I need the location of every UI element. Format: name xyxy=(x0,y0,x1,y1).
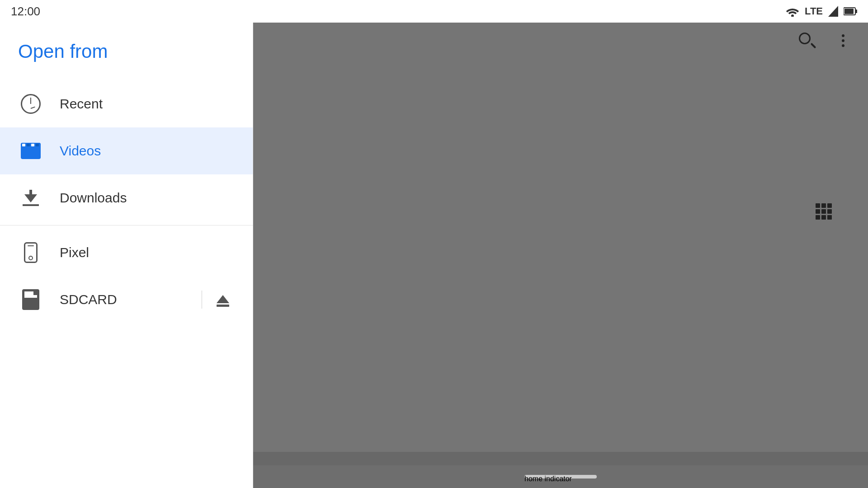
phone-shape xyxy=(24,242,38,263)
pixel-label: Pixel xyxy=(60,245,89,260)
grid-cell-7 xyxy=(816,215,820,220)
wifi-icon xyxy=(786,6,799,17)
home-indicator: home indicator xyxy=(524,475,597,479)
svg-rect-4 xyxy=(844,9,854,14)
sidebar-item-pixel[interactable]: Pixel xyxy=(0,229,253,276)
sidebar-item-videos[interactable]: Videos xyxy=(0,127,253,174)
drawer-items: Recent xyxy=(0,80,253,488)
svg-rect-3 xyxy=(855,9,857,13)
drawer-title: Open from xyxy=(0,23,253,80)
sdcard-shape xyxy=(22,289,39,310)
right-panel: home indicator xyxy=(253,23,868,488)
drawer-divider xyxy=(0,225,253,225)
sdcard-icon xyxy=(18,287,43,312)
sidebar-item-downloads[interactable]: Downloads xyxy=(0,174,253,221)
clock-shape xyxy=(21,94,41,114)
grid-cell-5 xyxy=(821,209,826,214)
dot-3 xyxy=(842,44,844,47)
grid-cell-9 xyxy=(827,215,832,220)
battery-icon xyxy=(844,7,857,16)
eject-base xyxy=(217,305,229,307)
eject-triangle xyxy=(217,295,229,303)
grid-cell-4 xyxy=(816,209,820,214)
nav-bar: home indicator xyxy=(253,465,868,488)
grid-cell-6 xyxy=(827,209,832,214)
status-icons: LTE xyxy=(786,5,857,17)
eject-button[interactable] xyxy=(216,292,230,307)
grid-view-button[interactable] xyxy=(816,203,832,220)
videos-label: Videos xyxy=(60,143,101,159)
signal-icon xyxy=(828,6,838,17)
dot-1 xyxy=(842,34,844,37)
right-content xyxy=(253,59,868,452)
more-options-icon xyxy=(842,34,844,47)
main-container: Open from Recent xyxy=(0,23,868,488)
grid-cell-3 xyxy=(827,203,832,208)
sidebar-item-sdcard[interactable]: SDCARD xyxy=(0,276,253,323)
dot-2 xyxy=(842,39,844,42)
lte-label: LTE xyxy=(805,5,823,17)
sidebar-item-recent[interactable]: Recent xyxy=(0,80,253,127)
status-time: 12:00 xyxy=(11,5,40,19)
grid-cell-2 xyxy=(821,203,826,208)
sdcard-label: SDCARD xyxy=(60,292,117,307)
search-stem xyxy=(811,43,816,49)
search-circle xyxy=(799,33,811,44)
more-options-button[interactable] xyxy=(832,29,854,52)
svg-marker-1 xyxy=(828,6,838,17)
videos-icon xyxy=(18,138,43,164)
status-bar: 12:00 LTE xyxy=(0,0,868,23)
clapperboard-icon xyxy=(21,143,41,159)
recent-icon xyxy=(18,91,43,117)
search-icon xyxy=(799,33,815,49)
phone-icon xyxy=(18,240,43,265)
download-shape xyxy=(21,188,41,208)
bottom-bar xyxy=(253,452,868,465)
search-button[interactable] xyxy=(796,29,818,52)
grid-cell-1 xyxy=(816,203,820,208)
right-header xyxy=(253,23,868,59)
downloads-label: Downloads xyxy=(60,190,127,206)
grid-cell-8 xyxy=(821,215,826,220)
grid-icon xyxy=(816,203,832,220)
recent-label: Recent xyxy=(60,96,103,112)
svg-point-0 xyxy=(791,14,794,17)
drawer: Open from Recent xyxy=(0,23,253,488)
sdcard-notch xyxy=(33,291,38,295)
downloads-icon xyxy=(18,185,43,211)
